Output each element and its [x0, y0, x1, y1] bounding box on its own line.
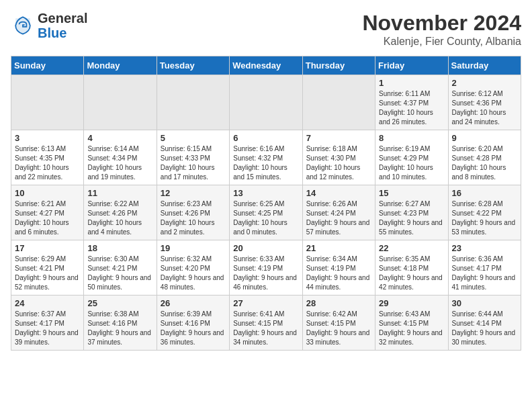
day-number: 7 — [306, 133, 371, 143]
day-cell: 21Sunrise: 6:34 AMSunset: 4:19 PMDayligh… — [302, 240, 375, 295]
month-title: November 2024 — [362, 11, 521, 36]
logo: General Blue — [11, 11, 87, 40]
day-number: 5 — [161, 133, 226, 143]
day-detail: Sunrise: 6:42 AMSunset: 4:15 PMDaylight:… — [306, 310, 371, 347]
logo-text: General Blue — [38, 11, 87, 40]
week-row-5: 24Sunrise: 6:37 AMSunset: 4:17 PMDayligh… — [11, 295, 521, 351]
day-cell: 17Sunrise: 6:29 AMSunset: 4:21 PMDayligh… — [11, 240, 84, 295]
day-detail: Sunrise: 6:35 AMSunset: 4:18 PMDaylight:… — [379, 255, 444, 292]
week-row-3: 10Sunrise: 6:21 AMSunset: 4:27 PMDayligh… — [11, 185, 521, 240]
day-cell: 11Sunrise: 6:22 AMSunset: 4:26 PMDayligh… — [84, 185, 157, 240]
day-number: 19 — [161, 243, 226, 253]
col-header-wednesday: Wednesday — [230, 56, 302, 75]
day-cell: 22Sunrise: 6:35 AMSunset: 4:18 PMDayligh… — [375, 240, 448, 295]
day-cell — [84, 75, 157, 130]
day-detail: Sunrise: 6:39 AMSunset: 4:16 PMDaylight:… — [161, 310, 226, 347]
day-number: 12 — [161, 188, 226, 198]
day-cell: 5Sunrise: 6:15 AMSunset: 4:33 PMDaylight… — [157, 130, 229, 185]
day-detail: Sunrise: 6:37 AMSunset: 4:17 PMDaylight:… — [15, 310, 80, 347]
header-row: SundayMondayTuesdayWednesdayThursdayFrid… — [11, 56, 521, 75]
day-cell: 16Sunrise: 6:28 AMSunset: 4:22 PMDayligh… — [448, 185, 521, 240]
day-detail: Sunrise: 6:18 AMSunset: 4:30 PMDaylight:… — [306, 144, 371, 182]
day-detail: Sunrise: 6:36 AMSunset: 4:17 PMDaylight:… — [452, 255, 517, 292]
col-header-friday: Friday — [375, 56, 448, 75]
day-number: 8 — [379, 133, 444, 143]
day-number: 23 — [452, 243, 517, 253]
week-row-2: 3Sunrise: 6:13 AMSunset: 4:35 PMDaylight… — [11, 130, 521, 185]
day-cell: 20Sunrise: 6:33 AMSunset: 4:19 PMDayligh… — [230, 240, 302, 295]
day-cell: 26Sunrise: 6:39 AMSunset: 4:16 PMDayligh… — [157, 295, 229, 351]
day-number: 6 — [233, 133, 298, 143]
day-cell: 28Sunrise: 6:42 AMSunset: 4:15 PMDayligh… — [302, 295, 375, 351]
day-detail: Sunrise: 6:33 AMSunset: 4:19 PMDaylight:… — [233, 255, 298, 292]
calendar-table: SundayMondayTuesdayWednesdayThursdayFrid… — [11, 56, 521, 351]
day-number: 11 — [87, 188, 152, 198]
day-cell: 4Sunrise: 6:14 AMSunset: 4:34 PMDaylight… — [84, 130, 157, 185]
day-number: 1 — [379, 78, 444, 88]
day-detail: Sunrise: 6:16 AMSunset: 4:32 PMDaylight:… — [233, 144, 298, 182]
day-cell — [230, 75, 302, 130]
day-detail: Sunrise: 6:30 AMSunset: 4:21 PMDaylight:… — [87, 255, 152, 292]
day-number: 20 — [233, 243, 298, 253]
day-cell: 30Sunrise: 6:44 AMSunset: 4:14 PMDayligh… — [448, 295, 521, 351]
col-header-sunday: Sunday — [11, 56, 84, 75]
day-cell: 19Sunrise: 6:32 AMSunset: 4:20 PMDayligh… — [157, 240, 229, 295]
day-cell: 10Sunrise: 6:21 AMSunset: 4:27 PMDayligh… — [11, 185, 84, 240]
col-header-saturday: Saturday — [448, 56, 521, 75]
day-cell: 13Sunrise: 6:25 AMSunset: 4:25 PMDayligh… — [230, 185, 302, 240]
day-number: 29 — [379, 298, 444, 308]
day-number: 13 — [233, 188, 298, 198]
day-detail: Sunrise: 6:32 AMSunset: 4:20 PMDaylight:… — [161, 255, 226, 292]
day-number: 22 — [379, 243, 444, 253]
day-detail: Sunrise: 6:28 AMSunset: 4:22 PMDaylight:… — [452, 199, 517, 237]
logo-icon — [11, 13, 35, 38]
day-cell: 15Sunrise: 6:27 AMSunset: 4:23 PMDayligh… — [375, 185, 448, 240]
day-detail: Sunrise: 6:15 AMSunset: 4:33 PMDaylight:… — [161, 144, 226, 182]
day-detail: Sunrise: 6:19 AMSunset: 4:29 PMDaylight:… — [379, 144, 444, 182]
day-cell: 25Sunrise: 6:38 AMSunset: 4:16 PMDayligh… — [84, 295, 157, 351]
day-cell: 6Sunrise: 6:16 AMSunset: 4:32 PMDaylight… — [230, 130, 302, 185]
day-detail: Sunrise: 6:12 AMSunset: 4:36 PMDaylight:… — [452, 89, 517, 127]
day-number: 24 — [15, 298, 80, 308]
day-cell: 9Sunrise: 6:20 AMSunset: 4:28 PMDaylight… — [448, 130, 521, 185]
location-title: Kalenje, Fier County, Albania — [362, 36, 521, 48]
day-detail: Sunrise: 6:41 AMSunset: 4:15 PMDaylight:… — [233, 310, 298, 347]
col-header-monday: Monday — [84, 56, 157, 75]
col-header-tuesday: Tuesday — [157, 56, 229, 75]
day-cell: 7Sunrise: 6:18 AMSunset: 4:30 PMDaylight… — [302, 130, 375, 185]
day-cell: 24Sunrise: 6:37 AMSunset: 4:17 PMDayligh… — [11, 295, 84, 351]
title-area: November 2024 Kalenje, Fier County, Alba… — [362, 11, 521, 48]
day-cell: 12Sunrise: 6:23 AMSunset: 4:26 PMDayligh… — [157, 185, 229, 240]
day-detail: Sunrise: 6:27 AMSunset: 4:23 PMDaylight:… — [379, 199, 444, 237]
day-number: 30 — [452, 298, 517, 308]
day-cell: 1Sunrise: 6:11 AMSunset: 4:37 PMDaylight… — [375, 75, 448, 130]
day-detail: Sunrise: 6:25 AMSunset: 4:25 PMDaylight:… — [233, 199, 298, 237]
day-detail: Sunrise: 6:21 AMSunset: 4:27 PMDaylight:… — [15, 199, 80, 237]
day-number: 15 — [379, 188, 444, 198]
day-detail: Sunrise: 6:43 AMSunset: 4:15 PMDaylight:… — [379, 310, 444, 347]
day-detail: Sunrise: 6:11 AMSunset: 4:37 PMDaylight:… — [379, 89, 444, 127]
day-cell — [157, 75, 229, 130]
day-cell: 29Sunrise: 6:43 AMSunset: 4:15 PMDayligh… — [375, 295, 448, 351]
day-number: 2 — [452, 78, 517, 88]
day-cell: 23Sunrise: 6:36 AMSunset: 4:17 PMDayligh… — [448, 240, 521, 295]
day-detail: Sunrise: 6:38 AMSunset: 4:16 PMDaylight:… — [87, 310, 152, 347]
day-number: 14 — [306, 188, 371, 198]
day-detail: Sunrise: 6:44 AMSunset: 4:14 PMDaylight:… — [452, 310, 517, 347]
day-number: 28 — [306, 298, 371, 308]
day-number: 9 — [452, 133, 517, 143]
day-number: 18 — [87, 243, 152, 253]
day-cell: 2Sunrise: 6:12 AMSunset: 4:36 PMDaylight… — [448, 75, 521, 130]
day-detail: Sunrise: 6:23 AMSunset: 4:26 PMDaylight:… — [161, 199, 226, 237]
day-cell: 18Sunrise: 6:30 AMSunset: 4:21 PMDayligh… — [84, 240, 157, 295]
day-detail: Sunrise: 6:14 AMSunset: 4:34 PMDaylight:… — [87, 144, 152, 182]
day-number: 27 — [233, 298, 298, 308]
day-cell: 14Sunrise: 6:26 AMSunset: 4:24 PMDayligh… — [302, 185, 375, 240]
day-cell: 3Sunrise: 6:13 AMSunset: 4:35 PMDaylight… — [11, 130, 84, 185]
day-cell — [302, 75, 375, 130]
day-number: 16 — [452, 188, 517, 198]
day-number: 10 — [15, 188, 80, 198]
day-number: 25 — [87, 298, 152, 308]
day-detail: Sunrise: 6:26 AMSunset: 4:24 PMDaylight:… — [306, 199, 371, 237]
day-number: 21 — [306, 243, 371, 253]
